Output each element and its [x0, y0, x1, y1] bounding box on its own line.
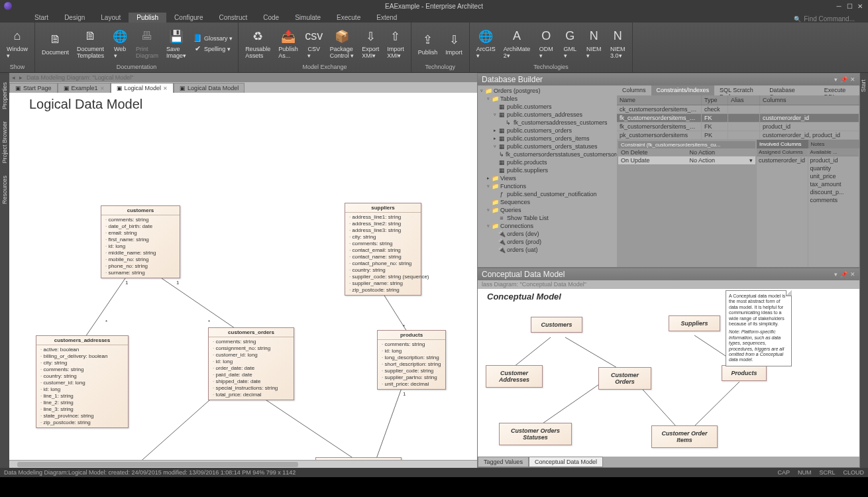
ribbon-document[interactable]: 🗎DocumentTemplates: [73, 24, 108, 63]
close-button[interactable]: ✕: [856, 3, 864, 9]
tree-node[interactable]: ▿📁Connections: [479, 222, 616, 230]
menu-tab-extend[interactable]: Extend: [368, 13, 405, 23]
available-col[interactable]: tax_amount: [808, 180, 859, 188]
expand-icon[interactable]: ▸: [492, 136, 498, 141]
ribbon-publish[interactable]: 📤PublishAs...: [274, 24, 302, 63]
minimize-button[interactable]: ─: [835, 3, 843, 9]
doc-tab-start-page[interactable]: ▣Start Page: [9, 83, 58, 93]
expand-icon[interactable]: ▿: [486, 96, 491, 101]
panel-close-icon[interactable]: ✕: [850, 76, 855, 83]
conceptual-canvas[interactable]: Conceptual Model Customers Suppliers Cus…: [478, 289, 859, 457]
ribbon-odm[interactable]: OODM▾: [534, 24, 558, 63]
constraint-prop[interactable]: On DeleteNo Action: [618, 148, 755, 156]
ribbon-window[interactable]: ⌂Window▾: [3, 24, 32, 63]
bottom-tab-conceptual-data-model[interactable]: Conceptual Data Model: [529, 457, 603, 467]
constraint-row[interactable]: fk_customersordersitems_custome...FKcust…: [617, 114, 859, 123]
tree-node[interactable]: ↳fk_customersaddresses_customers: [479, 119, 616, 127]
available-col[interactable]: unit_price: [808, 172, 859, 180]
constraint-row[interactable]: pk_customersordersitemsPKcustomerorder_i…: [617, 131, 859, 140]
inv-tab-involved-columns[interactable]: Involved Columns: [757, 140, 808, 148]
entity-customers_addresses[interactable]: customers_addressesactive: booleanbillin…: [36, 335, 129, 428]
tree-node[interactable]: ▸▦public.customers_orders_items: [479, 135, 616, 142]
entity-products[interactable]: productscomments: stringid: longlong_des…: [377, 330, 446, 390]
tree-node[interactable]: ≡Show Table List: [479, 214, 616, 222]
tree-node[interactable]: ▦public.customers: [479, 103, 616, 111]
find-command[interactable]: Find Command...: [794, 15, 855, 23]
concept-addresses[interactable]: Customer Addresses: [486, 365, 543, 388]
detail-tab-constraints-indexes[interactable]: Constraints/Indexes: [651, 85, 715, 95]
ribbon-import[interactable]: ⇩Import: [441, 24, 466, 63]
doc-tab-logical-data-model[interactable]: ▣Logical Data Model: [174, 83, 244, 93]
tree-node[interactable]: ▦public.suppliers: [479, 166, 616, 174]
concept-suppliers[interactable]: Suppliers: [669, 315, 720, 331]
ribbon-niem[interactable]: NNIEM3.0▾: [606, 24, 629, 63]
ribbon-gml[interactable]: GGML▾: [558, 24, 582, 63]
expand-icon[interactable]: ▿: [486, 207, 491, 213]
constraint-row[interactable]: fk_customersordersitems_productsFKproduc…: [617, 123, 859, 131]
tree-node[interactable]: ▦public.products: [479, 158, 616, 166]
tree-node[interactable]: ▿▦public.customers_orders_statuses: [479, 142, 616, 150]
dock-tab-resources[interactable]: Resources: [1, 173, 8, 207]
dock-tab-properties[interactable]: Properties: [1, 80, 8, 112]
tree-node[interactable]: ▸📁Views: [479, 174, 616, 182]
ribbon-package[interactable]: 📦PackageControl ▾: [326, 24, 358, 63]
ribbon-save[interactable]: 💾SaveImage▾: [162, 24, 190, 63]
tree-node[interactable]: 🔌orders (dev): [479, 230, 616, 238]
concept-customers[interactable]: Customers: [531, 317, 582, 333]
menu-tab-layout[interactable]: Layout: [93, 13, 129, 23]
close-tab-icon[interactable]: ✕: [163, 85, 168, 91]
ribbon-csv[interactable]: csvCSV▾: [302, 24, 326, 63]
expand-icon[interactable]: ▿: [492, 112, 498, 117]
concept-products[interactable]: Products: [722, 365, 767, 381]
nav-back-icon[interactable]: ◂: [12, 74, 15, 81]
tree-node[interactable]: ƒpublic.send_customer_notification: [479, 190, 616, 198]
tree-node[interactable]: 🔌orders (uat): [479, 246, 616, 254]
expand-icon[interactable]: ▿: [486, 223, 491, 229]
available-col[interactable]: discount_p...: [808, 188, 859, 196]
panel-pin-icon[interactable]: 📌: [840, 271, 847, 278]
constraint-row[interactable]: ck_customersordersitems_discountcheck: [617, 105, 859, 114]
db-tree[interactable]: ▿📁Orders (postgres)▿📁Tables▦public.custo…: [478, 85, 617, 267]
menu-tab-simulate[interactable]: Simulate: [287, 13, 329, 23]
tree-node[interactable]: ↳fk_customersordersstatuses_customersord…: [479, 150, 616, 158]
ribbon-export[interactable]: ⇩ExportXMI▾: [358, 24, 383, 63]
menu-tab-start[interactable]: Start: [27, 13, 56, 23]
entity-suppliers[interactable]: suppliersaddress_line1: stringaddress_li…: [345, 203, 421, 296]
expand-icon[interactable]: ▿: [486, 184, 491, 189]
constraints-grid[interactable]: Name Type Alias Columns ck_customersorde…: [617, 95, 859, 140]
ribbon-web[interactable]: 🌐Web▾: [108, 24, 132, 63]
expand-icon[interactable]: ▸: [492, 128, 498, 133]
entity-customers[interactable]: customerscomments: stringdate_of_birth: …: [101, 205, 180, 278]
doc-tab-example1[interactable]: ▣Example1✕: [58, 83, 111, 93]
detail-tab-database-compare[interactable]: Database Compare: [764, 85, 819, 95]
h-scrollbar[interactable]: [9, 460, 477, 468]
tree-node[interactable]: ▿📁Orders (postgres): [479, 87, 616, 95]
ribbon-glossary-[interactable]: 📘Glossary ▾: [190, 33, 235, 44]
menu-tab-construct[interactable]: Construct: [211, 13, 255, 23]
ribbon-document[interactable]: 🗎Document: [38, 24, 73, 63]
menu-tab-code[interactable]: Code: [255, 13, 287, 23]
start-tab[interactable]: Start: [860, 77, 867, 95]
tree-node[interactable]: 🔌orders (prod): [479, 238, 616, 246]
ribbon-archimate[interactable]: AArchiMate2▾: [500, 24, 535, 63]
ribbon-spelling-[interactable]: ✔Spelling ▾: [190, 44, 235, 54]
menu-tab-publish[interactable]: Publish: [129, 13, 166, 23]
assigned-col[interactable]: customerorder_id: [757, 156, 808, 164]
entity-customers_orders[interactable]: customers_orderscomments: stringconsignm…: [208, 327, 294, 400]
dock-tab-project-browser[interactable]: Project Browser: [1, 119, 8, 166]
available-col[interactable]: quantity: [808, 164, 859, 172]
detail-tab-sql-scratch-pad[interactable]: SQL Scratch Pad: [714, 85, 764, 95]
inv-tab-notes[interactable]: Notes: [808, 140, 860, 148]
menu-tab-execute[interactable]: Execute: [329, 13, 368, 23]
menu-tab-design[interactable]: Design: [56, 13, 93, 23]
tree-node[interactable]: ▿▦public.customers_addresses: [479, 111, 616, 119]
tree-node[interactable]: ▿📁Functions: [479, 182, 616, 190]
ribbon-niem[interactable]: NNIEM▾: [582, 24, 606, 63]
concept-orders[interactable]: Customer Orders: [598, 367, 651, 390]
ribbon-arcgis[interactable]: 🌐ArcGIS▾: [472, 24, 500, 63]
tree-node[interactable]: ▸▦public.customers_orders: [479, 127, 616, 135]
concept-items[interactable]: Customer Order Items: [651, 425, 718, 448]
panel-menu-icon[interactable]: ▾: [834, 76, 838, 83]
tree-node[interactable]: ▿📁Queries: [479, 206, 616, 214]
doc-tab-logical-model[interactable]: ▣Logical Model✕: [111, 83, 174, 93]
